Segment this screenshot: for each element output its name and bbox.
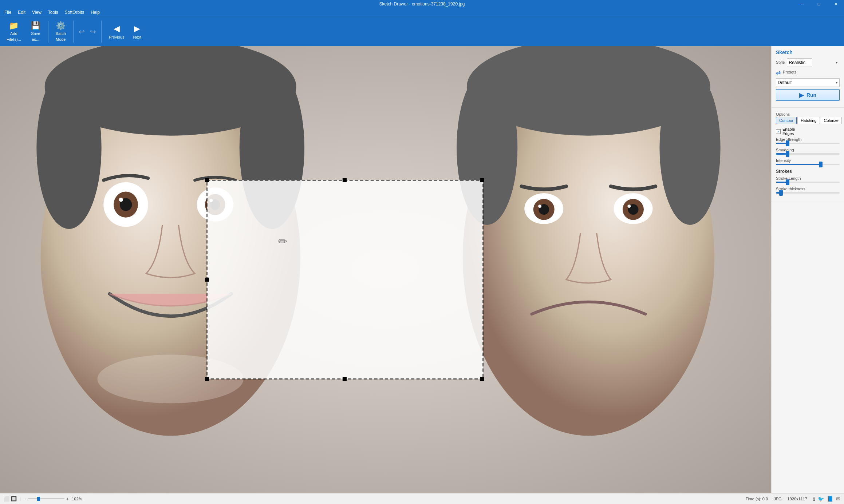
zoom-thumb[interactable] [37,497,40,501]
run-button[interactable]: ▶ Run [776,89,840,101]
presets-row: ⇄ Presets [776,69,840,76]
style-label: Style [776,60,785,64]
stroke-length-thumb[interactable] [786,179,789,185]
menu-softorbits[interactable]: SoftOrbits [62,9,87,16]
status-bar: ⬜ 🔲 | − + 102% Time (s): 0.0 JPG 1920x11… [0,493,844,504]
batch-mode-icon: ⚙️ [56,22,66,30]
menu-help[interactable]: Help [88,9,103,16]
canvas-area[interactable]: ✏ [0,46,771,493]
email-icon[interactable]: ✉ [836,496,840,502]
selection-box-svg [207,180,483,379]
zoom-minus-button[interactable]: − [24,496,27,502]
status-icon-1: ⬜ [4,496,9,501]
stroke-length-slider-row: Stroke Length [776,176,840,183]
svg-point-17 [659,71,720,225]
menu-edit[interactable]: Edit [15,9,28,16]
intensity-thumb[interactable] [819,162,823,167]
add-files-sublabel: File(s)... [7,37,21,41]
enable-edges-row: Enable Edges [776,127,840,136]
enable-edges-checkbox[interactable] [776,129,781,134]
style-select-wrapper: Realistic Cartoon Pencil [787,58,840,67]
status-right-icons: ℹ 🐦 📘 ✉ [813,496,840,502]
presets-select-wrapper: Default [776,78,840,87]
nav-group: ◀ Previous ▶ Next [104,19,146,44]
add-files-icon: 📁 [9,22,19,30]
status-icon-2: 🔲 [11,496,17,501]
smudging-track [776,153,840,155]
zoom-plus-button[interactable]: + [66,496,69,502]
close-button[interactable]: ✕ [827,0,844,8]
presets-select[interactable]: Default [776,78,840,87]
facebook-icon[interactable]: 📘 [827,496,833,502]
svg-rect-26 [205,178,209,182]
toolbar-divider-3 [101,21,102,43]
maximize-button[interactable]: □ [811,0,827,8]
svg-rect-31 [343,377,347,381]
save-as-sublabel: as... [32,37,39,41]
menu-file[interactable]: File [1,9,14,16]
svg-rect-27 [343,178,347,182]
tab-contour[interactable]: Contour [776,117,797,124]
save-as-button[interactable]: 💾 Save as... [26,19,45,44]
previous-label: Previous [109,35,125,39]
intensity-slider-row: Intensity [776,158,840,165]
toolbar: 📁 Add File(s)... 💾 Save as... ⚙️ Batch M… [0,17,844,46]
tab-colorize[interactable]: Colorize [821,117,842,124]
svg-rect-28 [480,178,484,182]
tab-hatching[interactable]: Hatching [797,117,820,124]
batch-mode-button[interactable]: ⚙️ Batch Mode [51,19,70,44]
format-label: JPG [774,497,781,501]
next-button[interactable]: ▶ Next [129,19,146,44]
time-label: Time (s): 0.0 [746,497,768,501]
run-arrow-icon: ▶ [799,92,804,99]
status-right: Time (s): 0.0 JPG 1920x1117 ℹ 🐦 📘 ✉ [746,496,840,502]
edge-strength-thumb[interactable] [786,140,789,146]
redo-button[interactable]: ↪ [88,26,98,37]
svg-point-21 [538,205,541,208]
right-panel: Sketch Style Realistic Cartoon Pencil ⇄ … [771,46,844,493]
intensity-fill [776,164,821,165]
next-label: Next [133,35,142,39]
undo-redo-group: ↩ ↪ [76,26,98,37]
strokes-header: Strokes [776,169,840,174]
menu-view[interactable]: View [29,9,44,16]
svg-rect-30 [205,377,209,381]
style-row: Style Realistic Cartoon Pencil [776,58,840,67]
previous-button[interactable]: ◀ Previous [104,19,129,44]
zoom-track [28,498,64,499]
svg-text:✏: ✏ [278,235,288,248]
edge-strength-slider-row: Edge Strength [776,137,840,144]
status-left-icons: ⬜ 🔲 [4,496,17,501]
next-icon: ▶ [134,24,140,33]
minimize-button[interactable]: ─ [794,0,811,8]
run-label: Run [806,92,816,98]
window-controls: ─ □ ✕ [794,0,844,8]
smudging-thumb[interactable] [786,151,789,157]
smudging-slider-row: Smudging [776,148,840,155]
sketch-section: Sketch Style Realistic Cartoon Pencil ⇄ … [772,46,844,108]
options-tabs: Contour Hatching Colorize [776,117,840,124]
faces-svg: ✏ [0,46,771,493]
stroke-thickness-label: Stroke thickness [776,187,840,191]
presets-label: Presets [783,70,796,74]
presets-icon[interactable]: ⇄ [776,69,781,76]
menu-tools[interactable]: Tools [45,9,61,16]
share-icon[interactable]: 🐦 [818,496,824,502]
stroke-thickness-thumb[interactable] [779,190,783,196]
add-files-button[interactable]: 📁 Add File(s)... [3,19,25,44]
status-divider-1: | [20,497,21,501]
info-icon[interactable]: ℹ [813,496,815,502]
undo-button[interactable]: ↩ [76,26,87,37]
edge-strength-track [776,143,840,144]
batch-mode-label: Batch [56,31,66,36]
main-area: ✏ Sketch Style Realistic Cartoon Pencil [0,46,844,493]
style-select[interactable]: Realistic Cartoon Pencil [787,58,812,67]
save-as-label: Save [31,31,40,36]
zoom-value: 102% [72,497,82,501]
intensity-track [776,164,840,165]
options-label: Options [776,112,790,116]
svg-point-8 [119,198,123,202]
zoom-controls: − + [24,496,69,502]
svg-rect-32 [480,377,484,381]
intensity-label: Intensity [776,158,840,163]
